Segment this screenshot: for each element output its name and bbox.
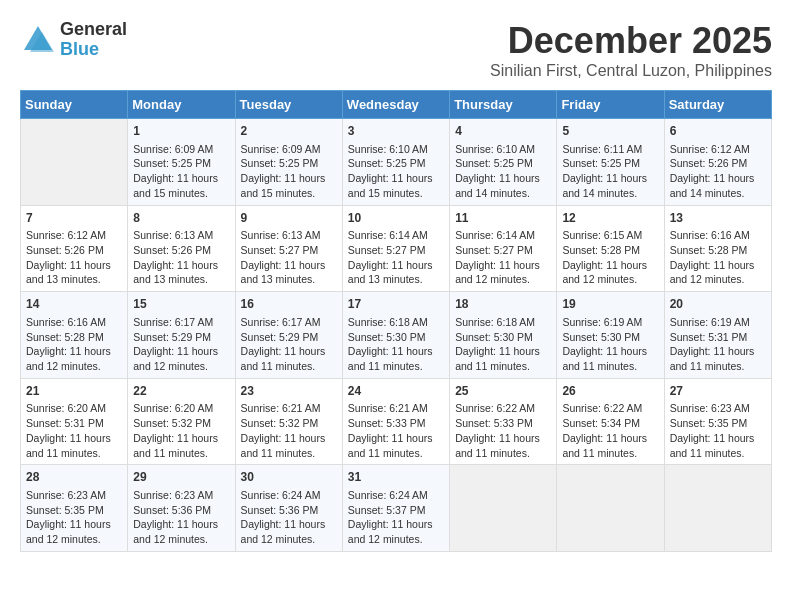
sunset-text: Sunset: 5:35 PM <box>670 416 766 431</box>
calendar-cell: 21Sunrise: 6:20 AMSunset: 5:31 PMDayligh… <box>21 378 128 465</box>
calendar-cell: 19Sunrise: 6:19 AMSunset: 5:30 PMDayligh… <box>557 292 664 379</box>
logo: General Blue <box>20 20 127 60</box>
sunset-text: Sunset: 5:33 PM <box>348 416 444 431</box>
day-number: 23 <box>241 383 337 400</box>
calendar-cell: 22Sunrise: 6:20 AMSunset: 5:32 PMDayligh… <box>128 378 235 465</box>
sunset-text: Sunset: 5:25 PM <box>241 156 337 171</box>
calendar-cell: 31Sunrise: 6:24 AMSunset: 5:37 PMDayligh… <box>342 465 449 552</box>
day-number: 17 <box>348 296 444 313</box>
sunset-text: Sunset: 5:30 PM <box>562 330 658 345</box>
calendar-week-2: 7Sunrise: 6:12 AMSunset: 5:26 PMDaylight… <box>21 205 772 292</box>
header-friday: Friday <box>557 91 664 119</box>
calendar-cell: 4Sunrise: 6:10 AMSunset: 5:25 PMDaylight… <box>450 119 557 206</box>
calendar-cell: 1Sunrise: 6:09 AMSunset: 5:25 PMDaylight… <box>128 119 235 206</box>
sunset-text: Sunset: 5:27 PM <box>348 243 444 258</box>
logo-blue-text: Blue <box>60 40 127 60</box>
day-number: 21 <box>26 383 122 400</box>
calendar-cell: 17Sunrise: 6:18 AMSunset: 5:30 PMDayligh… <box>342 292 449 379</box>
daylight-text: Daylight: 11 hours and 11 minutes. <box>562 344 658 373</box>
location-title: Sinilian First, Central Luzon, Philippin… <box>490 62 772 80</box>
sunset-text: Sunset: 5:27 PM <box>241 243 337 258</box>
day-number: 26 <box>562 383 658 400</box>
day-number: 16 <box>241 296 337 313</box>
daylight-text: Daylight: 11 hours and 12 minutes. <box>670 258 766 287</box>
daylight-text: Daylight: 11 hours and 13 minutes. <box>241 258 337 287</box>
sunrise-text: Sunrise: 6:23 AM <box>26 488 122 503</box>
sunset-text: Sunset: 5:33 PM <box>455 416 551 431</box>
header-thursday: Thursday <box>450 91 557 119</box>
day-number: 11 <box>455 210 551 227</box>
calendar-cell: 18Sunrise: 6:18 AMSunset: 5:30 PMDayligh… <box>450 292 557 379</box>
daylight-text: Daylight: 11 hours and 11 minutes. <box>26 431 122 460</box>
sunrise-text: Sunrise: 6:12 AM <box>26 228 122 243</box>
sunrise-text: Sunrise: 6:16 AM <box>670 228 766 243</box>
day-number: 2 <box>241 123 337 140</box>
day-number: 25 <box>455 383 551 400</box>
daylight-text: Daylight: 11 hours and 13 minutes. <box>133 258 229 287</box>
calendar-week-1: 1Sunrise: 6:09 AMSunset: 5:25 PMDaylight… <box>21 119 772 206</box>
daylight-text: Daylight: 11 hours and 12 minutes. <box>455 258 551 287</box>
calendar-cell <box>664 465 771 552</box>
day-number: 4 <box>455 123 551 140</box>
sunrise-text: Sunrise: 6:09 AM <box>133 142 229 157</box>
month-title: December 2025 <box>490 20 772 62</box>
day-number: 29 <box>133 469 229 486</box>
day-number: 24 <box>348 383 444 400</box>
header-monday: Monday <box>128 91 235 119</box>
calendar-cell: 15Sunrise: 6:17 AMSunset: 5:29 PMDayligh… <box>128 292 235 379</box>
calendar-cell: 12Sunrise: 6:15 AMSunset: 5:28 PMDayligh… <box>557 205 664 292</box>
sunset-text: Sunset: 5:29 PM <box>241 330 337 345</box>
sunset-text: Sunset: 5:36 PM <box>241 503 337 518</box>
calendar-week-3: 14Sunrise: 6:16 AMSunset: 5:28 PMDayligh… <box>21 292 772 379</box>
day-number: 8 <box>133 210 229 227</box>
sunset-text: Sunset: 5:26 PM <box>26 243 122 258</box>
logo-text: General Blue <box>60 20 127 60</box>
sunset-text: Sunset: 5:25 PM <box>562 156 658 171</box>
day-number: 30 <box>241 469 337 486</box>
sunset-text: Sunset: 5:25 PM <box>348 156 444 171</box>
calendar-cell: 27Sunrise: 6:23 AMSunset: 5:35 PMDayligh… <box>664 378 771 465</box>
day-number: 27 <box>670 383 766 400</box>
calendar-cell: 5Sunrise: 6:11 AMSunset: 5:25 PMDaylight… <box>557 119 664 206</box>
calendar-cell: 16Sunrise: 6:17 AMSunset: 5:29 PMDayligh… <box>235 292 342 379</box>
sunrise-text: Sunrise: 6:19 AM <box>670 315 766 330</box>
calendar-cell: 9Sunrise: 6:13 AMSunset: 5:27 PMDaylight… <box>235 205 342 292</box>
daylight-text: Daylight: 11 hours and 12 minutes. <box>26 344 122 373</box>
sunrise-text: Sunrise: 6:11 AM <box>562 142 658 157</box>
day-number: 14 <box>26 296 122 313</box>
day-number: 3 <box>348 123 444 140</box>
daylight-text: Daylight: 11 hours and 12 minutes. <box>562 258 658 287</box>
sunset-text: Sunset: 5:32 PM <box>133 416 229 431</box>
sunrise-text: Sunrise: 6:14 AM <box>455 228 551 243</box>
sunrise-text: Sunrise: 6:17 AM <box>241 315 337 330</box>
sunrise-text: Sunrise: 6:22 AM <box>562 401 658 416</box>
calendar-week-4: 21Sunrise: 6:20 AMSunset: 5:31 PMDayligh… <box>21 378 772 465</box>
sunrise-text: Sunrise: 6:12 AM <box>670 142 766 157</box>
calendar-cell <box>21 119 128 206</box>
sunrise-text: Sunrise: 6:24 AM <box>348 488 444 503</box>
daylight-text: Daylight: 11 hours and 15 minutes. <box>241 171 337 200</box>
header-sunday: Sunday <box>21 91 128 119</box>
sunrise-text: Sunrise: 6:21 AM <box>348 401 444 416</box>
sunrise-text: Sunrise: 6:18 AM <box>455 315 551 330</box>
daylight-text: Daylight: 11 hours and 11 minutes. <box>348 431 444 460</box>
sunrise-text: Sunrise: 6:15 AM <box>562 228 658 243</box>
sunset-text: Sunset: 5:28 PM <box>562 243 658 258</box>
calendar-cell: 20Sunrise: 6:19 AMSunset: 5:31 PMDayligh… <box>664 292 771 379</box>
sunrise-text: Sunrise: 6:20 AM <box>133 401 229 416</box>
calendar-cell: 6Sunrise: 6:12 AMSunset: 5:26 PMDaylight… <box>664 119 771 206</box>
calendar-cell: 11Sunrise: 6:14 AMSunset: 5:27 PMDayligh… <box>450 205 557 292</box>
calendar-cell: 13Sunrise: 6:16 AMSunset: 5:28 PMDayligh… <box>664 205 771 292</box>
sunrise-text: Sunrise: 6:10 AM <box>348 142 444 157</box>
daylight-text: Daylight: 11 hours and 11 minutes. <box>562 431 658 460</box>
sunrise-text: Sunrise: 6:17 AM <box>133 315 229 330</box>
calendar-cell <box>557 465 664 552</box>
sunrise-text: Sunrise: 6:18 AM <box>348 315 444 330</box>
daylight-text: Daylight: 11 hours and 12 minutes. <box>26 517 122 546</box>
daylight-text: Daylight: 11 hours and 12 minutes. <box>348 517 444 546</box>
sunset-text: Sunset: 5:30 PM <box>455 330 551 345</box>
sunset-text: Sunset: 5:34 PM <box>562 416 658 431</box>
day-number: 19 <box>562 296 658 313</box>
daylight-text: Daylight: 11 hours and 11 minutes. <box>241 431 337 460</box>
sunrise-text: Sunrise: 6:10 AM <box>455 142 551 157</box>
